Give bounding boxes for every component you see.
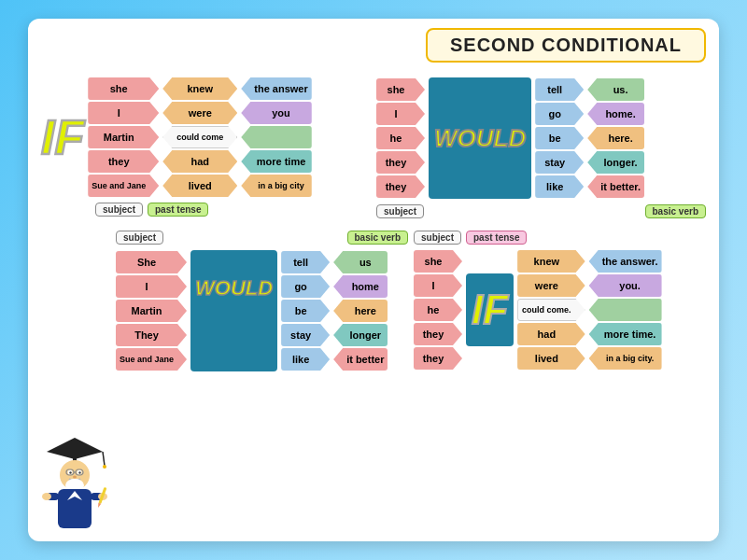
tl-r3-c3: [241, 126, 311, 148]
top-left-col2: knew were could come had lived: [162, 77, 237, 197]
top-right-cond: she I he they they WOULD tell go be stay…: [376, 77, 706, 199]
br-r4-c2: had: [517, 323, 585, 345]
bl-label-basicverb: basic verb: [347, 231, 408, 245]
bottom-row: subject basic verb She I Martin They Sue…: [41, 228, 706, 371]
bl-r3-c1: Martin: [116, 300, 187, 322]
bottom-left-col1: She I Martin They Sue and Jane: [116, 251, 187, 371]
tr-r2-c2: go: [535, 103, 584, 125]
bottom-left-would-keyword: WOULD: [190, 250, 277, 371]
tr-r5-c1: they: [376, 175, 425, 198]
bl-r2-c1: I: [116, 275, 187, 298]
bl-r2-c3: home: [333, 275, 388, 298]
br-r2-c2: were: [517, 274, 585, 297]
top-left-col3: the answer you more time in a big city: [241, 77, 311, 197]
bl-r5-c2: like: [281, 348, 330, 371]
tr-r3-c1: he: [376, 127, 425, 149]
tl-r1-c2: knew: [162, 77, 237, 100]
svg-point-13: [73, 476, 77, 479]
bl-r1-c1: She: [116, 251, 187, 273]
tr-r1-c2: tell: [535, 78, 584, 101]
tl-label-pasttense: past tense: [148, 203, 208, 217]
tr-r4-c2: stay: [535, 151, 584, 174]
tl-r1-c1: she: [88, 77, 159, 100]
top-row: IF she I Martin they Sue and Jane knew w…: [41, 77, 706, 218]
br-r3-c3: [589, 299, 662, 321]
bottom-right-panel: subject past tense she I he they they IF…: [414, 228, 706, 370]
top-right-col1: she I he they they: [376, 78, 425, 198]
tl-r1-c3: the answer: [241, 77, 311, 100]
top-right-would-keyword: WOULD: [429, 77, 531, 199]
bottom-left-labels-top: subject basic verb: [116, 231, 408, 245]
bl-r4-c1: They: [116, 324, 187, 346]
top-right-col3: us. home. here. longer. it better.: [587, 78, 644, 198]
br-r4-c1: they: [414, 323, 462, 345]
tr-r3-c3: here.: [587, 127, 644, 149]
svg-point-9: [78, 471, 80, 473]
title-box: SECOND CONDITIONAL: [426, 28, 706, 63]
br-label-subject: subject: [414, 231, 461, 245]
bl-r1-c2: tell: [281, 251, 330, 273]
top-right-panel: she I he they they WOULD tell go be stay…: [376, 77, 706, 218]
page-title: SECOND CONDITIONAL: [450, 35, 682, 55]
br-r1-c3: the answer.: [589, 250, 662, 273]
bl-r5-c3: it better: [333, 348, 388, 371]
svg-line-3: [103, 452, 105, 466]
tr-label-basicverb: basic verb: [645, 204, 706, 218]
tl-r3-c1: Martin: [88, 126, 159, 148]
bottom-right-col2: knew were could come. had lived: [517, 250, 585, 370]
bl-r1-c3: us: [333, 251, 388, 273]
tl-r5-c1: Sue and Jane: [88, 175, 159, 197]
tr-r3-c2: be: [535, 127, 584, 149]
tl-r4-c2: had: [162, 150, 237, 173]
bottom-left-cond: She I Martin They Sue and Jane WOULD tel…: [116, 250, 408, 371]
mascot: [37, 433, 112, 536]
tr-r4-c1: they: [376, 151, 425, 174]
bl-r2-c2: go: [281, 275, 330, 298]
tr-r5-c2: like: [535, 175, 584, 198]
top-left-cond: IF she I Martin they Sue and Jane knew w…: [41, 77, 371, 197]
top-left-labels: subject past tense: [95, 203, 371, 217]
tl-r2-c2: were: [162, 102, 237, 124]
bottom-right-if-keyword: IF: [466, 273, 514, 346]
tr-r2-c1: I: [376, 103, 425, 125]
br-r5-c1: they: [414, 347, 462, 370]
bottom-right-cond: she I he they they IF knew were could co…: [414, 250, 706, 370]
bl-label-subject: subject: [116, 231, 163, 245]
top-left-if-keyword: IF: [41, 113, 84, 161]
br-r5-c3: in a big city.: [589, 347, 662, 370]
br-r1-c2: knew: [517, 250, 585, 273]
tl-label-subject: subject: [95, 203, 143, 217]
bottom-left-col3: us home here longer it better: [333, 251, 388, 371]
bl-r4-c3: longer: [333, 324, 388, 346]
bl-r4-c2: stay: [281, 324, 330, 346]
bottom-left-col2: tell go be stay like: [281, 251, 330, 371]
tl-r4-c1: they: [88, 150, 159, 173]
bl-r3-c2: be: [281, 300, 330, 322]
svg-point-4: [103, 465, 106, 469]
br-r4-c3: more time.: [589, 323, 662, 345]
top-left-panel: IF she I Martin they Sue and Jane knew w…: [41, 77, 371, 217]
svg-marker-22: [97, 503, 102, 509]
tr-r2-c3: home.: [587, 103, 644, 125]
br-label-pasttense: past tense: [466, 231, 527, 245]
top-left-col1: she I Martin they Sue and Jane: [88, 77, 159, 197]
top-right-labels: subject basic verb: [376, 204, 706, 218]
tl-r4-c3: more time: [241, 150, 311, 173]
tl-r5-c3: in a big city: [241, 175, 311, 197]
bottom-right-labels-top: subject past tense: [414, 231, 706, 245]
tr-r1-c3: us.: [587, 78, 644, 101]
bottom-left-panel: subject basic verb She I Martin They Sue…: [116, 228, 408, 371]
tr-r1-c1: she: [376, 78, 425, 101]
bottom-right-col3: the answer. you. more time. in a big cit…: [589, 250, 662, 370]
br-r1-c1: she: [414, 250, 462, 273]
top-right-col2: tell go be stay like: [535, 78, 584, 198]
tl-r2-c1: I: [88, 102, 159, 124]
bl-r3-c3: here: [333, 300, 388, 322]
tl-r5-c2: lived: [162, 175, 237, 197]
bottom-right-col1: she I he they they: [414, 250, 462, 370]
tl-r3-c2: could come: [162, 126, 237, 148]
tl-r2-c3: you: [241, 102, 311, 124]
br-r2-c3: you.: [589, 274, 662, 297]
main-card: SECOND CONDITIONAL IF she I Martin they …: [28, 19, 719, 541]
br-r5-c2: lived: [517, 347, 585, 370]
